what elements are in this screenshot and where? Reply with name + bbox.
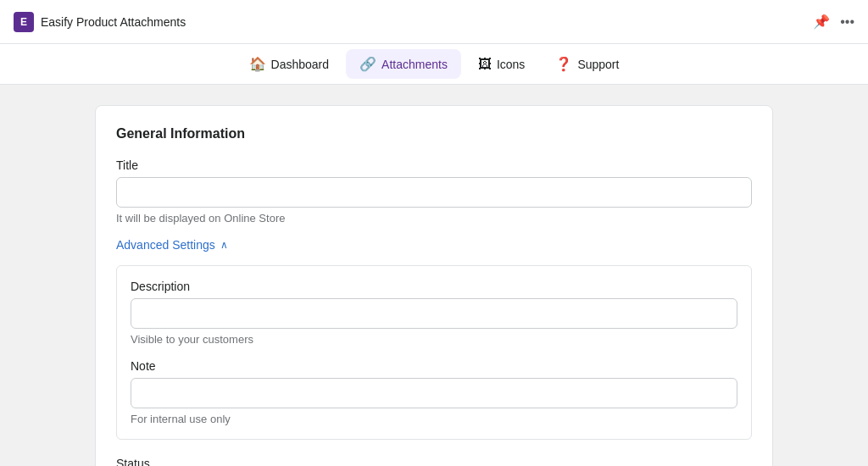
more-options-icon[interactable]: ••• bbox=[840, 14, 854, 30]
attachments-icon: 🔗 bbox=[359, 56, 376, 72]
topbar-left: E Easify Product Attachments bbox=[14, 12, 186, 32]
nav: 🏠 Dashboard 🔗 Attachments 🖼 Icons ❓ Supp… bbox=[0, 44, 868, 85]
app-icon: E bbox=[14, 12, 34, 32]
dashboard-icon: 🏠 bbox=[249, 56, 266, 72]
nav-item-icons[interactable]: 🖼 Icons bbox=[465, 50, 538, 79]
topbar-right: 📌 ••• bbox=[813, 14, 854, 30]
main-content: General Information Title It will be dis… bbox=[0, 85, 868, 466]
app-title: Easify Product Attachments bbox=[41, 15, 186, 29]
note-input[interactable] bbox=[131, 378, 737, 408]
note-hint: For internal use only bbox=[131, 413, 737, 425]
note-field-group: Note For internal use only bbox=[131, 359, 737, 425]
advanced-settings-toggle[interactable]: Advanced Settings ∧ bbox=[116, 238, 752, 252]
description-hint: Visible to your customers bbox=[131, 333, 737, 346]
description-field-group: Description Visible to your customers bbox=[131, 280, 737, 346]
nav-label-support: Support bbox=[577, 58, 619, 71]
topbar: E Easify Product Attachments 📌 ••• bbox=[0, 0, 868, 44]
title-label: Title bbox=[116, 158, 752, 172]
advanced-settings-label: Advanced Settings bbox=[116, 238, 215, 252]
description-input[interactable] bbox=[131, 298, 737, 329]
icons-icon: 🖼 bbox=[478, 57, 492, 72]
advanced-panel: Description Visible to your customers No… bbox=[116, 265, 752, 440]
section-title: General Information bbox=[116, 126, 752, 141]
chevron-up-icon: ∧ bbox=[220, 239, 228, 251]
nav-item-dashboard[interactable]: 🏠 Dashboard bbox=[236, 49, 343, 79]
description-label: Description bbox=[131, 280, 737, 293]
nav-item-support[interactable]: ❓ Support bbox=[542, 49, 632, 79]
pin-icon[interactable]: 📌 bbox=[813, 14, 830, 30]
support-icon: ❓ bbox=[555, 56, 572, 72]
title-input[interactable] bbox=[116, 177, 752, 208]
nav-label-dashboard: Dashboard bbox=[271, 58, 330, 71]
title-field-group: Title It will be displayed on Online Sto… bbox=[116, 158, 752, 225]
nav-item-attachments[interactable]: 🔗 Attachments bbox=[346, 49, 461, 79]
status-label: Status bbox=[116, 457, 752, 466]
nav-label-icons: Icons bbox=[497, 58, 525, 71]
general-info-card: General Information Title It will be dis… bbox=[95, 105, 773, 466]
title-hint: It will be displayed on Online Store bbox=[116, 212, 752, 225]
note-label: Note bbox=[131, 359, 737, 373]
nav-label-attachments: Attachments bbox=[381, 58, 448, 71]
status-field-group: Status Active Inactive bbox=[116, 457, 752, 466]
